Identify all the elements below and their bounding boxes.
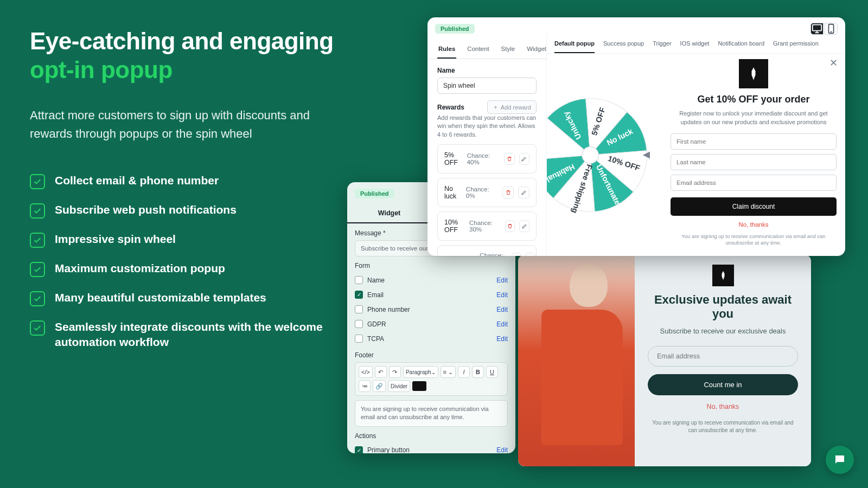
chat-fab[interactable]: [826, 446, 854, 474]
footer-textarea[interactable]: You are signing up to receive communicat…: [355, 400, 508, 427]
rewards-help: Add rewards that your customers can win …: [437, 114, 537, 139]
feature-item: Seamlessly integrate discounts with the …: [30, 319, 334, 350]
rewards-label: Rewards: [437, 104, 464, 111]
feature-item: Maximum customization popup: [30, 261, 334, 277]
claim-discount-button[interactable]: Claim discount: [671, 197, 837, 216]
popup-desc: Register now to unlock your immediate di…: [671, 110, 837, 127]
reward-row: 5% OFF Chance: 40%: [437, 144, 537, 174]
edit-link[interactable]: Edit: [496, 335, 508, 343]
underline-icon[interactable]: U: [486, 366, 498, 378]
tab-trigger[interactable]: Trigger: [653, 35, 671, 53]
svg-point-2: [831, 31, 832, 32]
no-thanks-link[interactable]: No, thanks: [671, 221, 837, 228]
tab-success-popup[interactable]: Success popup: [603, 35, 644, 53]
popup-image: [518, 255, 635, 466]
trash-icon[interactable]: [505, 220, 515, 232]
desktop-icon[interactable]: [810, 23, 824, 35]
divider-select[interactable]: Divider: [388, 380, 410, 392]
mobile-icon[interactable]: [825, 23, 838, 35]
tab-widget[interactable]: Widget: [347, 204, 431, 223]
popup-title: Exclusive updates await you: [648, 293, 798, 322]
form-field-row: Name Edit: [355, 273, 508, 287]
checkbox[interactable]: [355, 446, 363, 453]
device-toggle[interactable]: [810, 23, 838, 35]
tab-rules[interactable]: Rules: [437, 40, 456, 59]
add-reward-button[interactable]: ＋Add reward: [487, 100, 537, 114]
reward-name: 5% OFF: [444, 151, 467, 166]
align-icon[interactable]: ≡ ⌄: [441, 366, 456, 378]
check-icon: [30, 320, 45, 336]
tab-grant-permission[interactable]: Grant permission: [773, 35, 819, 53]
edit-link[interactable]: Edit: [496, 291, 508, 299]
form-field-row: TCPA Edit: [355, 331, 508, 346]
edit-icon[interactable]: [518, 187, 529, 198]
svg-rect-0: [813, 25, 822, 31]
name-input[interactable]: [437, 78, 537, 94]
code-icon[interactable]: </>: [359, 366, 373, 378]
italic-icon[interactable]: I: [458, 366, 470, 378]
reward-name: Unfortunate: [444, 255, 480, 256]
check-icon: [30, 262, 45, 277]
rich-text-toolbar[interactable]: </> ↶ ↷ Paragraph ⌄ ≡ ⌄ I B U ≔ 🔗 Divide…: [355, 362, 508, 396]
trash-icon[interactable]: [504, 153, 515, 165]
undo-icon[interactable]: ↶: [375, 366, 387, 378]
feature-text: Subscribe web push notifications: [55, 202, 237, 217]
edit-link[interactable]: Edit: [496, 277, 508, 284]
reward-chance: Chance: 0%: [466, 186, 498, 199]
feature-item: Subscribe web push notifications: [30, 202, 334, 219]
edit-link[interactable]: Edit: [496, 320, 508, 328]
check-icon: [30, 233, 45, 248]
edit-link[interactable]: Edit: [496, 446, 508, 453]
redo-icon[interactable]: ↷: [389, 366, 401, 378]
edit-icon[interactable]: [526, 253, 535, 256]
action-row: Primary button Edit: [355, 443, 508, 453]
tab-widget[interactable]: Widget: [526, 40, 547, 59]
hero-title: Eye-catching and engaging opt-in popup: [30, 27, 334, 85]
checkbox[interactable]: [355, 291, 363, 299]
svg-point-10: [582, 146, 599, 163]
hero-copy: Eye-catching and engaging opt-in popup A…: [30, 27, 334, 363]
trash-icon[interactable]: [512, 253, 521, 256]
count-me-in-button[interactable]: Count me in: [648, 374, 798, 395]
preview-tabs: Default popupSuccess popupTriggerIOS wid…: [547, 35, 845, 54]
no-thanks-link[interactable]: No, thanks: [648, 403, 798, 410]
checkbox[interactable]: [355, 305, 363, 313]
color-swatch[interactable]: [412, 381, 426, 391]
checkbox[interactable]: [355, 276, 363, 284]
reward-chance: Chance: 30%: [469, 220, 501, 233]
reward-name: 10% OFF: [444, 219, 469, 234]
tab-default-popup[interactable]: Default popup: [554, 35, 595, 53]
tab-notification-board[interactable]: Notification board: [718, 35, 764, 53]
field-label: Name: [367, 277, 385, 284]
tab-style[interactable]: Style: [500, 40, 516, 59]
list-icon[interactable]: ≔: [359, 380, 371, 392]
footer-section-label: Footer: [355, 351, 508, 359]
email-input[interactable]: [648, 346, 798, 367]
reward-chance: Chance: 0%: [480, 252, 507, 256]
tab-content[interactable]: Content: [466, 40, 490, 59]
check-icon: [30, 203, 45, 219]
edit-link[interactable]: Edit: [496, 306, 508, 313]
edit-icon[interactable]: [519, 153, 530, 165]
hero-subtitle: Attract more customers to sign up with d…: [30, 106, 334, 143]
paragraph-select[interactable]: Paragraph ⌄: [403, 366, 438, 378]
reward-name: No luck: [444, 185, 466, 200]
checkbox[interactable]: [355, 320, 363, 328]
bold-icon[interactable]: B: [472, 366, 484, 378]
link-icon[interactable]: 🔗: [373, 380, 386, 392]
feature-item: Collect email & phone number: [30, 173, 334, 189]
popup-disclaimer: You are signing up to receive communicat…: [671, 233, 837, 247]
popup-disclaimer: You are signing up to receive communicat…: [648, 419, 798, 434]
trash-icon[interactable]: [502, 187, 514, 198]
spin-wheel[interactable]: Unlucky5% OFFNo luck10% OFFUnfortunateFr…: [547, 90, 650, 220]
edit-icon[interactable]: [519, 220, 529, 232]
published-badge: Published: [355, 189, 394, 198]
first-name-input[interactable]: [671, 133, 837, 150]
email-input[interactable]: [671, 175, 837, 191]
last-name-input[interactable]: [671, 154, 837, 170]
name-label: Name: [437, 67, 537, 74]
check-icon: [30, 174, 45, 189]
tab-ios-widget[interactable]: IOS widget: [680, 35, 710, 53]
checkbox[interactable]: [355, 335, 363, 343]
close-icon[interactable]: ✕: [829, 57, 838, 69]
